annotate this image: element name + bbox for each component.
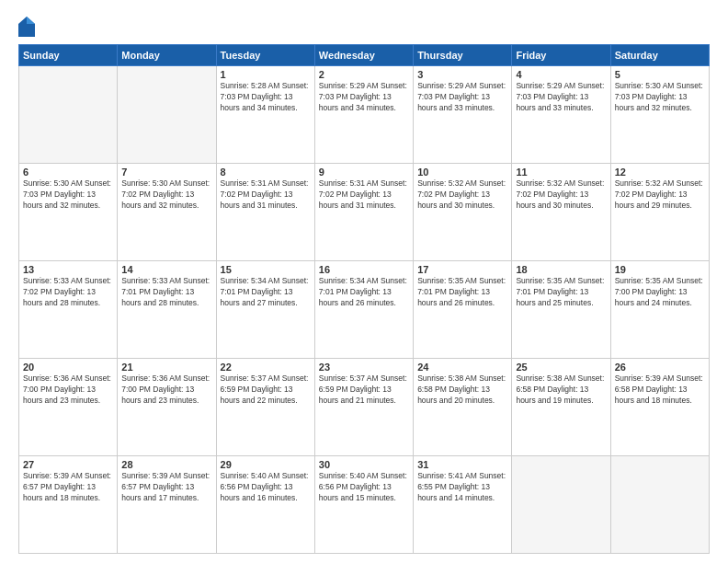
calendar-cell	[610, 456, 709, 554]
day-number: 13	[23, 264, 113, 275]
day-info: Sunrise: 5:39 AM Sunset: 6:58 PM Dayligh…	[615, 373, 705, 407]
day-info: Sunrise: 5:35 AM Sunset: 7:01 PM Dayligh…	[516, 276, 606, 309]
day-number: 24	[417, 362, 507, 373]
calendar-cell: 20Sunrise: 5:36 AM Sunset: 7:00 PM Dayli…	[19, 359, 118, 456]
day-number: 11	[516, 167, 606, 178]
calendar-cell: 5Sunrise: 5:30 AM Sunset: 7:03 PM Daylig…	[610, 66, 709, 164]
day-info: Sunrise: 5:30 AM Sunset: 7:03 PM Dayligh…	[615, 81, 705, 114]
day-info: Sunrise: 5:35 AM Sunset: 7:01 PM Dayligh…	[417, 276, 507, 309]
day-info: Sunrise: 5:40 AM Sunset: 6:56 PM Dayligh…	[319, 471, 409, 504]
calendar-cell: 11Sunrise: 5:32 AM Sunset: 7:02 PM Dayli…	[512, 164, 610, 261]
day-number: 23	[319, 362, 409, 373]
day-of-week-header: Tuesday	[216, 45, 314, 66]
calendar-cell: 14Sunrise: 5:33 AM Sunset: 7:01 PM Dayli…	[118, 261, 216, 359]
day-number: 25	[516, 362, 606, 373]
calendar-cell: 27Sunrise: 5:39 AM Sunset: 6:57 PM Dayli…	[19, 456, 118, 554]
day-number: 3	[417, 69, 507, 80]
calendar-cell: 24Sunrise: 5:38 AM Sunset: 6:58 PM Dayli…	[414, 359, 512, 456]
day-info: Sunrise: 5:40 AM Sunset: 6:56 PM Dayligh…	[221, 471, 311, 504]
day-info: Sunrise: 5:33 AM Sunset: 7:01 PM Dayligh…	[121, 276, 211, 309]
day-number: 6	[23, 167, 113, 178]
day-of-week-header: Friday	[512, 45, 610, 66]
day-info: Sunrise: 5:36 AM Sunset: 7:00 PM Dayligh…	[121, 373, 211, 407]
day-number: 17	[417, 264, 507, 275]
calendar-cell: 8Sunrise: 5:31 AM Sunset: 7:02 PM Daylig…	[216, 164, 314, 261]
calendar-cell: 13Sunrise: 5:33 AM Sunset: 7:02 PM Dayli…	[19, 261, 118, 359]
day-number: 8	[221, 167, 311, 178]
logo-icon	[18, 17, 35, 37]
day-number: 9	[319, 167, 409, 178]
calendar-cell: 19Sunrise: 5:35 AM Sunset: 7:00 PM Dayli…	[610, 261, 709, 359]
calendar-cell: 12Sunrise: 5:32 AM Sunset: 7:02 PM Dayli…	[610, 164, 709, 261]
day-of-week-header: Thursday	[414, 45, 512, 66]
day-of-week-header: Monday	[118, 45, 216, 66]
calendar: SundayMondayTuesdayWednesdayThursdayFrid…	[18, 44, 710, 554]
calendar-header-row: SundayMondayTuesdayWednesdayThursdayFrid…	[19, 45, 710, 66]
calendar-cell: 3Sunrise: 5:29 AM Sunset: 7:03 PM Daylig…	[414, 66, 512, 164]
day-number: 10	[417, 167, 507, 178]
calendar-cell: 4Sunrise: 5:29 AM Sunset: 7:03 PM Daylig…	[512, 66, 610, 164]
day-number: 26	[615, 362, 705, 373]
calendar-week-row: 27Sunrise: 5:39 AM Sunset: 6:57 PM Dayli…	[19, 456, 710, 554]
day-info: Sunrise: 5:30 AM Sunset: 7:03 PM Dayligh…	[23, 178, 113, 212]
day-info: Sunrise: 5:33 AM Sunset: 7:02 PM Dayligh…	[23, 276, 113, 309]
day-number: 19	[615, 264, 705, 275]
calendar-week-row: 1Sunrise: 5:28 AM Sunset: 7:03 PM Daylig…	[19, 66, 710, 164]
day-info: Sunrise: 5:28 AM Sunset: 7:03 PM Dayligh…	[221, 81, 311, 114]
day-number: 28	[121, 459, 211, 470]
day-info: Sunrise: 5:29 AM Sunset: 7:03 PM Dayligh…	[516, 81, 606, 114]
calendar-cell: 10Sunrise: 5:32 AM Sunset: 7:02 PM Dayli…	[414, 164, 512, 261]
day-number: 14	[121, 264, 211, 275]
day-info: Sunrise: 5:31 AM Sunset: 7:02 PM Dayligh…	[319, 178, 409, 212]
day-number: 20	[23, 362, 113, 373]
day-info: Sunrise: 5:38 AM Sunset: 6:58 PM Dayligh…	[516, 373, 606, 407]
logo	[18, 17, 39, 37]
day-number: 15	[221, 264, 311, 275]
calendar-cell	[19, 66, 118, 164]
calendar-cell: 21Sunrise: 5:36 AM Sunset: 7:00 PM Dayli…	[118, 359, 216, 456]
calendar-cell: 1Sunrise: 5:28 AM Sunset: 7:03 PM Daylig…	[216, 66, 314, 164]
day-number: 2	[319, 69, 409, 80]
page: SundayMondayTuesdayWednesdayThursdayFrid…	[0, 0, 728, 563]
day-info: Sunrise: 5:32 AM Sunset: 7:02 PM Dayligh…	[516, 178, 606, 212]
day-number: 21	[121, 362, 211, 373]
day-number: 4	[516, 69, 606, 80]
day-number: 31	[417, 459, 507, 470]
calendar-cell: 16Sunrise: 5:34 AM Sunset: 7:01 PM Dayli…	[314, 261, 413, 359]
calendar-cell: 31Sunrise: 5:41 AM Sunset: 6:55 PM Dayli…	[414, 456, 512, 554]
day-info: Sunrise: 5:30 AM Sunset: 7:02 PM Dayligh…	[121, 178, 211, 212]
day-info: Sunrise: 5:29 AM Sunset: 7:03 PM Dayligh…	[319, 81, 409, 114]
calendar-cell: 7Sunrise: 5:30 AM Sunset: 7:02 PM Daylig…	[118, 164, 216, 261]
day-number: 30	[319, 459, 409, 470]
calendar-cell: 18Sunrise: 5:35 AM Sunset: 7:01 PM Dayli…	[512, 261, 610, 359]
day-info: Sunrise: 5:29 AM Sunset: 7:03 PM Dayligh…	[417, 81, 507, 114]
day-number: 7	[121, 167, 211, 178]
day-info: Sunrise: 5:34 AM Sunset: 7:01 PM Dayligh…	[221, 276, 311, 309]
day-of-week-header: Sunday	[19, 45, 118, 66]
calendar-cell: 29Sunrise: 5:40 AM Sunset: 6:56 PM Dayli…	[216, 456, 314, 554]
day-info: Sunrise: 5:39 AM Sunset: 6:57 PM Dayligh…	[121, 471, 211, 504]
day-info: Sunrise: 5:38 AM Sunset: 6:58 PM Dayligh…	[417, 373, 507, 407]
day-number: 16	[319, 264, 409, 275]
day-info: Sunrise: 5:37 AM Sunset: 6:59 PM Dayligh…	[221, 373, 311, 407]
calendar-week-row: 20Sunrise: 5:36 AM Sunset: 7:00 PM Dayli…	[19, 359, 710, 456]
calendar-cell: 17Sunrise: 5:35 AM Sunset: 7:01 PM Dayli…	[414, 261, 512, 359]
day-number: 29	[221, 459, 311, 470]
calendar-cell: 2Sunrise: 5:29 AM Sunset: 7:03 PM Daylig…	[314, 66, 413, 164]
day-number: 22	[221, 362, 311, 373]
day-number: 5	[615, 69, 705, 80]
day-number: 12	[615, 167, 705, 178]
calendar-cell: 25Sunrise: 5:38 AM Sunset: 6:58 PM Dayli…	[512, 359, 610, 456]
day-number: 1	[221, 69, 311, 80]
calendar-cell	[512, 456, 610, 554]
day-info: Sunrise: 5:32 AM Sunset: 7:02 PM Dayligh…	[615, 178, 705, 212]
day-info: Sunrise: 5:41 AM Sunset: 6:55 PM Dayligh…	[417, 471, 507, 504]
calendar-cell: 22Sunrise: 5:37 AM Sunset: 6:59 PM Dayli…	[216, 359, 314, 456]
calendar-cell: 15Sunrise: 5:34 AM Sunset: 7:01 PM Dayli…	[216, 261, 314, 359]
day-info: Sunrise: 5:32 AM Sunset: 7:02 PM Dayligh…	[417, 178, 507, 212]
svg-marker-1	[27, 17, 35, 24]
day-number: 27	[23, 459, 113, 470]
day-info: Sunrise: 5:37 AM Sunset: 6:59 PM Dayligh…	[319, 373, 409, 407]
calendar-cell: 30Sunrise: 5:40 AM Sunset: 6:56 PM Dayli…	[314, 456, 413, 554]
day-info: Sunrise: 5:39 AM Sunset: 6:57 PM Dayligh…	[23, 471, 113, 504]
